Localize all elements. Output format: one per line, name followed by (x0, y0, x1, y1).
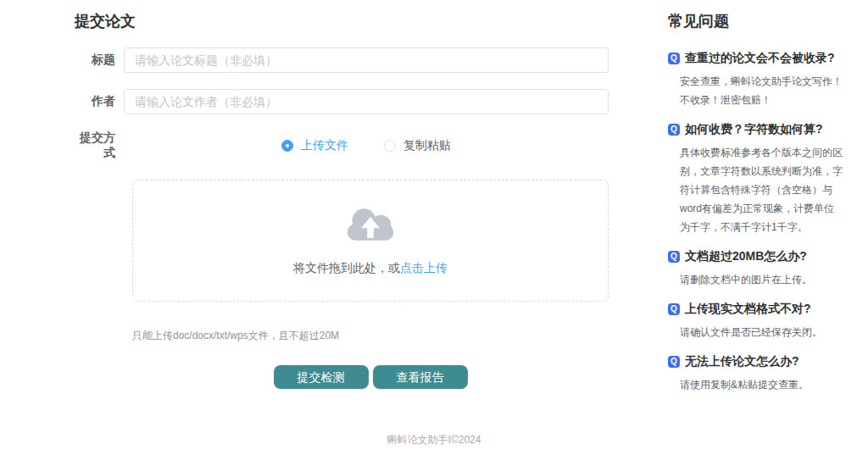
faq-item: Q 文档超过20MB怎么办? 请删除文档中的图片在上传。 (668, 249, 848, 289)
author-field-row: 作者 (75, 89, 609, 114)
faq-section: 常见问题 Q 查重过的论文会不会被收录? 安全查重，蝌蚪论文助手论文写作！不收录… (668, 13, 848, 407)
faq-answer-text: 请删除文档中的图片在上传。 (668, 270, 843, 289)
radio-selected-icon (281, 140, 293, 152)
radio-upload-file-label: 上传文件 (301, 138, 348, 153)
faq-question-row: Q 如何收费？字符数如何算? (668, 122, 848, 137)
submit-detect-button[interactable]: 提交检测 (274, 365, 369, 389)
upload-dropzone[interactable]: 将文件拖到此处，或点击上传 (132, 180, 609, 302)
faq-answer-text: 具体收费标准参考各个版本之间的区别，文章字符数以系统判断为准，字符计算包含特殊字… (668, 143, 843, 236)
question-icon: Q (668, 124, 680, 136)
drag-text: 将文件拖到此处，或 (293, 261, 400, 275)
submit-method-label: 提交方式 (75, 130, 124, 161)
author-input[interactable] (124, 89, 609, 114)
question-icon: Q (668, 303, 680, 315)
title-field-row: 标题 (75, 47, 609, 73)
submit-method-radio-group: 上传文件 复制粘贴 (124, 138, 609, 153)
submit-method-row: 提交方式 上传文件 复制粘贴 (75, 130, 609, 161)
submit-paper-page: 提交论文 标题 作者 提交方式 上传文件 复制粘贴 (0, 0, 868, 455)
faq-question-text: 查重过的论文会不会被收录? (685, 51, 835, 66)
page-title: 提交论文 (75, 13, 609, 31)
faq-question-text: 文档超过20MB怎么办? (685, 249, 807, 264)
question-icon: Q (668, 251, 680, 263)
faq-question-row: Q 文档超过20MB怎么办? (668, 249, 848, 264)
faq-item: Q 无法上传论文怎么办? 请使用复制&粘贴提交查重。 (668, 354, 848, 394)
radio-copy-paste-label: 复制粘贴 (403, 138, 451, 153)
faq-question-text: 上传现实文档格式不对? (685, 302, 811, 317)
faq-question-text: 如何收费？字符数如何算? (685, 122, 823, 137)
radio-upload-file[interactable]: 上传文件 (281, 138, 348, 153)
radio-copy-paste[interactable]: 复制粘贴 (384, 138, 451, 153)
faq-answer-text: 安全查重，蝌蚪论文助手论文写作！不收录！泄密包赔！ (668, 72, 843, 109)
faq-question-row: Q 查重过的论文会不会被收录? (668, 51, 848, 66)
title-field-label: 标题 (75, 53, 124, 68)
faq-question-row: Q 上传现实文档格式不对? (668, 302, 848, 317)
question-icon: Q (668, 356, 680, 368)
footer-copyright: 蝌蚪论文助手I©2024 (0, 433, 868, 447)
faq-question-row: Q 无法上传论文怎么办? (668, 354, 848, 369)
view-report-button[interactable]: 查看报告 (373, 365, 468, 389)
cloud-upload-icon (344, 205, 397, 249)
faq-title: 常见问题 (668, 13, 848, 31)
dropzone-text: 将文件拖到此处，或点击上传 (293, 261, 448, 276)
submit-form-section: 提交论文 标题 作者 提交方式 上传文件 复制粘贴 (75, 13, 609, 389)
question-icon: Q (668, 53, 680, 64)
faq-item: Q 如何收费？字符数如何算? 具体收费标准参考各个版本之间的区别，文章字符数以系… (668, 122, 848, 236)
radio-unselected-icon (384, 140, 396, 152)
click-upload-link[interactable]: 点击上传 (400, 261, 448, 275)
author-field-label: 作者 (75, 94, 124, 109)
upload-tip-text: 只能上传doc/docx/txt/wps文件，且不超过20M (132, 329, 609, 343)
title-input[interactable] (124, 47, 609, 73)
faq-item: Q 查重过的论文会不会被收录? 安全查重，蝌蚪论文助手论文写作！不收录！泄密包赔… (668, 51, 848, 109)
faq-item: Q 上传现实文档格式不对? 请确认文件是否已经保存关闭。 (668, 302, 848, 341)
faq-answer-text: 请确认文件是否已经保存关闭。 (668, 323, 843, 341)
faq-question-text: 无法上传论文怎么办? (685, 354, 799, 369)
action-buttons-row: 提交检测 查看报告 (132, 365, 609, 389)
faq-answer-text: 请使用复制&粘贴提交查重。 (668, 375, 843, 394)
